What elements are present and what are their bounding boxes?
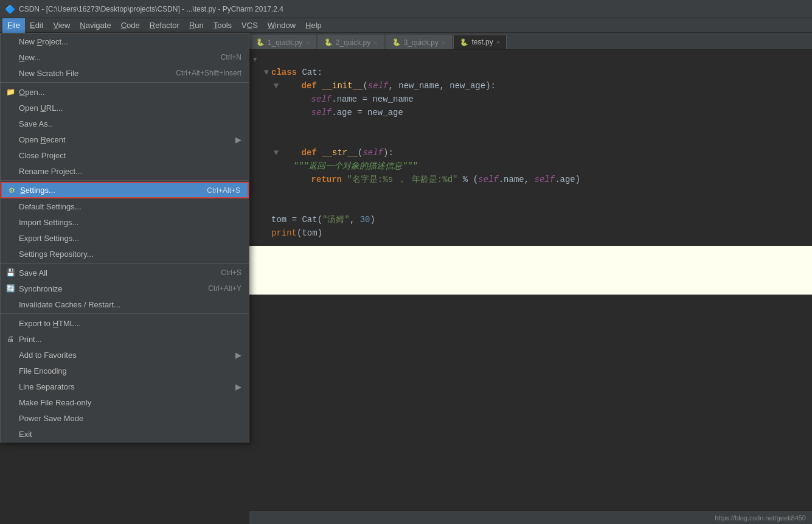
invalidate-caches-item[interactable]: Invalidate Caches / Restart... [1, 296, 249, 312]
save-as-item[interactable]: Save As.. [1, 116, 249, 131]
new-scratch-item[interactable]: New Scratch File Ctrl+Alt+Shift+Insert [1, 65, 249, 81]
menu-code-label: Code [121, 21, 140, 30]
tab-1quick[interactable]: 🐍 1_quick.py × [249, 35, 316, 49]
tab-1quick-label: 1_quick.py [268, 38, 302, 47]
default-settings-item[interactable]: Default Settings... [1, 198, 249, 214]
code-line-9: return "名字是:%s ， 年龄是:%d" % (self.name, s… [262, 173, 806, 186]
code-line-5 [262, 119, 806, 133]
tab-bar: 🐍 1_quick.py × 🐍 2_quick.py × 🐍 3_quick.… [249, 33, 812, 50]
app-icon: 🔷 [5, 4, 15, 14]
make-readonly-label: Make File Read-only [19, 398, 91, 407]
tab-test-close[interactable]: × [496, 38, 500, 46]
export-settings-item[interactable]: Export Settings... [1, 230, 249, 246]
menu-run[interactable]: Run [184, 18, 209, 33]
fold-arrow-init[interactable]: ▼ [271, 79, 281, 93]
tab-test-icon: 🐍 [460, 38, 468, 46]
menu-bar: File Edit View Navigate Code Refactor Ru… [0, 18, 812, 33]
code-line-8: """返回一个对象的描述信息""" [262, 159, 806, 173]
separator4 [1, 313, 249, 314]
code-line-12: tom = Cat("汤姆", 30) [262, 213, 806, 226]
status-url: https://blog.csdn.net/geek8450 [715, 514, 806, 522]
menu-view-label: View [53, 21, 70, 30]
code-yellow-area [249, 246, 812, 295]
open-recent-item[interactable]: Open Recent ▶ [1, 131, 249, 147]
menu-navigate-label: Navigate [80, 21, 111, 30]
tab-3quick-label: 3_quick.py [404, 38, 439, 47]
tab-2quick[interactable]: 🐍 2_quick.py × [318, 35, 384, 49]
print-label: Print... [19, 335, 42, 344]
code-editor[interactable]: ▼ ▼ class Cat: ▼ def __init__(self, new_… [249, 50, 812, 511]
menu-view[interactable]: View [48, 18, 75, 33]
export-html-label: Export to HTML... [19, 319, 81, 328]
tab-2quick-close[interactable]: × [373, 39, 377, 46]
rename-project-item[interactable]: Rename Project... [1, 163, 249, 179]
fold-indicator-1[interactable]: ▼ [249, 56, 260, 63]
tab-test-label: test.py [471, 38, 493, 46]
open-url-item[interactable]: Open URL... [1, 100, 249, 116]
save-all-item[interactable]: 💾 Save All Ctrl+S [1, 265, 249, 281]
new-project-item[interactable]: New Project... [1, 33, 249, 49]
tab-test[interactable]: 🐍 test.py × [453, 35, 507, 49]
file-encoding-label: File Encoding [19, 366, 67, 376]
power-save-label: Power Save Mode [19, 414, 83, 423]
menu-refactor[interactable]: Refactor [145, 18, 184, 33]
make-readonly-item[interactable]: Make File Read-only [1, 394, 249, 410]
default-settings-label: Default Settings... [19, 202, 82, 211]
menu-file[interactable]: File [2, 18, 25, 33]
new-item[interactable]: New... Ctrl+N [1, 49, 249, 65]
menu-navigate[interactable]: Navigate [75, 18, 116, 33]
save-all-icon: 💾 [4, 268, 16, 277]
line-separators-label: Line Separators [19, 382, 75, 391]
synchronize-label: Synchronize [19, 284, 63, 293]
open-recent-label: Open Recent [19, 135, 66, 144]
tab-2quick-label: 2_quick.py [336, 38, 370, 47]
menu-window-label: Window [268, 21, 296, 30]
settings-repo-item[interactable]: Settings Repository... [1, 246, 249, 262]
menu-edit-label: Edit [30, 21, 43, 30]
invalidate-caches-label: Invalidate Caches / Restart... [19, 300, 120, 309]
add-favorites-item[interactable]: Add to Favorites ▶ [1, 347, 249, 363]
tab-1quick-close[interactable]: × [305, 39, 309, 46]
menu-tools-label: Tools [213, 21, 232, 30]
close-project-item[interactable]: Close Project [1, 147, 249, 163]
open-url-label: Open URL... [19, 103, 63, 113]
code-line-2: ▼ def __init__(self, new_name, new_age): [262, 79, 806, 93]
menu-vcs[interactable]: VCS [237, 18, 263, 33]
power-save-item[interactable]: Power Save Mode [1, 410, 249, 426]
import-settings-item[interactable]: Import Settings... [1, 214, 249, 230]
exit-item[interactable]: Exit [1, 426, 249, 442]
exit-label: Exit [19, 430, 32, 439]
menu-file-label: File [7, 21, 20, 30]
line-separators-item[interactable]: Line Separators ▶ [1, 379, 249, 394]
fold-arrow-class[interactable]: ▼ [262, 66, 271, 79]
menu-edit[interactable]: Edit [25, 18, 48, 33]
code-line-11 [262, 200, 806, 213]
synchronize-item[interactable]: 🔄 Synchronize Ctrl+Alt+Y [1, 281, 249, 296]
export-html-item[interactable]: Export to HTML... [1, 315, 249, 331]
code-area: 🐍 1_quick.py × 🐍 2_quick.py × 🐍 3_quick.… [249, 33, 812, 524]
line-separators-arrow: ▶ [235, 382, 241, 391]
export-settings-label: Export Settings... [19, 234, 79, 243]
code-line-1: ▼ class Cat: [262, 66, 806, 79]
menu-help[interactable]: Help [300, 18, 327, 33]
separator2 [1, 180, 249, 181]
add-favorites-arrow: ▶ [235, 351, 241, 360]
menu-tools[interactable]: Tools [209, 18, 237, 33]
menu-refactor-label: Refactor [150, 21, 179, 30]
menu-code[interactable]: Code [116, 18, 145, 33]
separator3 [1, 263, 249, 264]
print-item[interactable]: 🖨 Print... [1, 331, 249, 347]
settings-icon: ⚙ [5, 186, 18, 195]
open-item[interactable]: 📁 Open... [1, 84, 249, 100]
save-all-label: Save All [19, 268, 47, 278]
open-recent-arrow: ▶ [235, 135, 241, 144]
code-line-13: print(tom) [262, 226, 806, 240]
menu-window[interactable]: Window [263, 18, 300, 33]
tab-3quick[interactable]: 🐍 3_quick.py × [386, 35, 453, 49]
file-encoding-item[interactable]: File Encoding [1, 363, 249, 379]
settings-item[interactable]: ⚙ Settings... Ctrl+Alt+S [1, 182, 249, 198]
tab-1quick-icon: 🐍 [256, 38, 265, 46]
fold-arrow-str[interactable]: ▼ [271, 146, 281, 159]
tab-3quick-close[interactable]: × [442, 39, 445, 46]
title-bar: 🔷 CSDN - [C:\Users\16273\Desktop\project… [0, 0, 812, 18]
